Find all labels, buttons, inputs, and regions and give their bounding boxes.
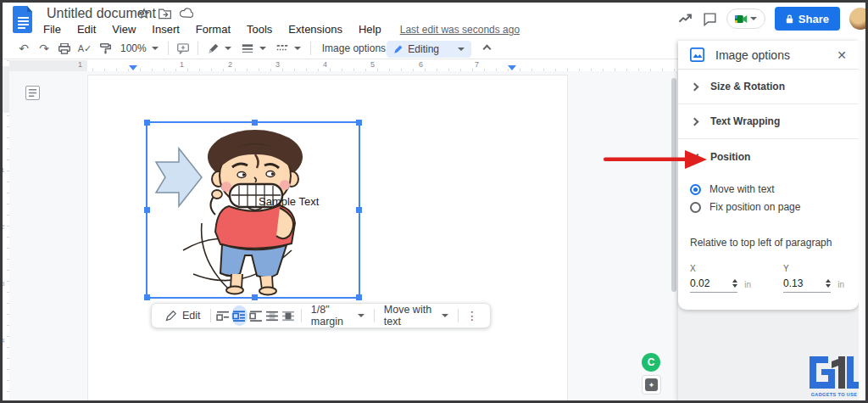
fix-position-option[interactable]: Fix position on page bbox=[690, 199, 847, 215]
browser-scrollbar-track[interactable] bbox=[859, 41, 865, 400]
ruler-number: 7 bbox=[475, 60, 479, 69]
resize-handle[interactable] bbox=[356, 294, 362, 300]
position-mode-dropdown[interactable]: Move with text bbox=[379, 304, 453, 327]
extension-badge-letter: C bbox=[648, 356, 655, 368]
paint-format-icon[interactable] bbox=[95, 40, 115, 57]
ruler-number: 3 bbox=[275, 60, 280, 69]
resize-handle[interactable] bbox=[252, 120, 258, 126]
menu-format[interactable]: Format bbox=[192, 22, 235, 36]
border-pen-icon bbox=[208, 43, 219, 54]
section-size-rotation[interactable]: Size & Rotation bbox=[678, 70, 859, 104]
move-folder-icon[interactable] bbox=[159, 8, 171, 20]
break-text-icon[interactable] bbox=[248, 305, 264, 326]
left-indent-marker[interactable] bbox=[129, 65, 137, 70]
redo-icon[interactable]: ↷ bbox=[34, 40, 54, 57]
chevron-right-icon bbox=[691, 82, 699, 91]
last-edit-link[interactable]: Last edit was seconds ago bbox=[400, 22, 520, 36]
radio-selected-icon[interactable] bbox=[690, 184, 701, 195]
close-panel-icon[interactable]: ✕ bbox=[837, 48, 847, 62]
y-stepper[interactable] bbox=[826, 279, 831, 288]
x-position-field: X 0.02 in bbox=[690, 264, 751, 293]
y-unit-label: in bbox=[837, 280, 844, 293]
hide-menus-button[interactable] bbox=[484, 42, 490, 54]
insights-icon[interactable] bbox=[678, 13, 693, 25]
border-dash-icon bbox=[276, 43, 288, 53]
resize-handle[interactable] bbox=[144, 294, 150, 300]
behind-text-icon[interactable] bbox=[264, 305, 280, 326]
y-value-input[interactable]: 0.13 bbox=[783, 277, 826, 289]
horizontal-ruler[interactable]: 1 1 2 3 4 5 6 7 bbox=[9, 60, 678, 71]
add-comment-icon[interactable] bbox=[173, 40, 193, 57]
menu-bar: File Edit View Insert Format Tools Exten… bbox=[39, 22, 520, 36]
image-options-card: Image options ✕ Size & Rotation Text Wra… bbox=[678, 41, 859, 310]
menu-tools[interactable]: Tools bbox=[242, 22, 276, 36]
editing-mode-dropdown[interactable]: Editing bbox=[387, 41, 471, 58]
resize-handle[interactable] bbox=[356, 120, 362, 126]
image-options-toolbar-button[interactable]: Image options bbox=[315, 42, 392, 54]
undo-icon[interactable]: ↶ bbox=[14, 40, 34, 57]
menu-file[interactable]: File bbox=[39, 22, 65, 36]
x-stepper[interactable] bbox=[732, 279, 737, 288]
ruler-number: 1 bbox=[1, 166, 4, 174]
border-dash-dropdown[interactable] bbox=[271, 43, 306, 53]
border-weight-dropdown[interactable] bbox=[236, 43, 271, 53]
panel-header: Image options ✕ bbox=[678, 41, 859, 70]
wrap-text-icon[interactable] bbox=[231, 305, 248, 326]
google-docs-logo-icon[interactable] bbox=[13, 6, 34, 33]
border-pen-caret-icon bbox=[225, 47, 231, 50]
account-avatar[interactable] bbox=[849, 8, 868, 30]
zoom-dropdown[interactable]: 100% bbox=[115, 42, 164, 54]
fix-position-label: Fix position on page bbox=[709, 201, 800, 213]
document-outline-icon[interactable] bbox=[25, 86, 40, 100]
spellcheck-icon[interactable]: A✓ bbox=[75, 40, 95, 57]
position-mode-value: Move with text bbox=[384, 304, 436, 327]
y-position-field: Y 0.13 in bbox=[783, 264, 844, 293]
editing-pencil-icon bbox=[393, 45, 403, 54]
radio-unselected-icon[interactable] bbox=[690, 202, 701, 213]
right-indent-marker[interactable] bbox=[508, 65, 516, 70]
wrap-inline-icon[interactable] bbox=[214, 305, 231, 326]
resize-handle[interactable] bbox=[356, 207, 362, 213]
resize-handle[interactable] bbox=[144, 207, 150, 213]
section-text-wrapping-label: Text Wrapping bbox=[710, 115, 780, 127]
document-scrollbar[interactable] bbox=[671, 78, 676, 292]
image-selection-box[interactable] bbox=[146, 121, 360, 299]
ruler-number: 2 bbox=[228, 60, 232, 69]
resize-handle[interactable] bbox=[144, 120, 150, 126]
margin-dropdown[interactable]: 1/8" margin bbox=[306, 304, 370, 327]
move-with-text-label: Move with text bbox=[709, 183, 775, 195]
section-text-wrapping[interactable]: Text Wrapping bbox=[678, 104, 859, 139]
menu-help[interactable]: Help bbox=[354, 22, 386, 36]
assistant-sparkle-button[interactable]: ✦ bbox=[642, 375, 661, 395]
move-with-text-option[interactable]: Move with text bbox=[690, 181, 847, 198]
zoom-caret-icon bbox=[152, 47, 159, 50]
sparkle-icon: ✦ bbox=[645, 378, 658, 391]
comment-icon[interactable] bbox=[703, 12, 717, 26]
edit-image-label: Edit bbox=[182, 310, 201, 322]
more-options-icon[interactable]: ⋮ bbox=[463, 309, 481, 322]
border-color-dropdown[interactable] bbox=[203, 43, 236, 54]
position-caret-icon bbox=[442, 314, 448, 317]
star-icon[interactable] bbox=[138, 8, 150, 20]
edit-image-button[interactable]: Edit bbox=[160, 310, 206, 322]
cloud-status-icon[interactable] bbox=[180, 8, 193, 19]
menu-insert[interactable]: Insert bbox=[147, 22, 184, 36]
front-of-text-icon[interactable] bbox=[281, 305, 297, 326]
menu-view[interactable]: View bbox=[108, 22, 140, 36]
menu-edit[interactable]: Edit bbox=[73, 22, 100, 36]
menu-extensions[interactable]: Extensions bbox=[284, 22, 347, 36]
resize-handle[interactable] bbox=[252, 294, 258, 300]
x-unit-label: in bbox=[744, 280, 751, 293]
extension-badge-icon[interactable]: C bbox=[642, 353, 660, 372]
ruler-margin-segment bbox=[0, 66, 9, 113]
meet-call-button[interactable] bbox=[726, 8, 765, 29]
x-value-input[interactable]: 0.02 bbox=[690, 277, 732, 289]
lock-icon bbox=[786, 14, 793, 24]
print-icon[interactable] bbox=[54, 40, 75, 57]
document-canvas: Sample Text Edit bbox=[9, 71, 678, 400]
vertical-ruler[interactable]: 1 2 3 4 bbox=[0, 60, 9, 400]
gadgets-to-use-watermark: GADGETS TO USE bbox=[808, 355, 860, 397]
ruler-number: 4 bbox=[323, 60, 327, 69]
share-button[interactable]: Share bbox=[775, 7, 840, 31]
google-docs-window: Untitled document File Edit View Insert … bbox=[0, 0, 868, 403]
